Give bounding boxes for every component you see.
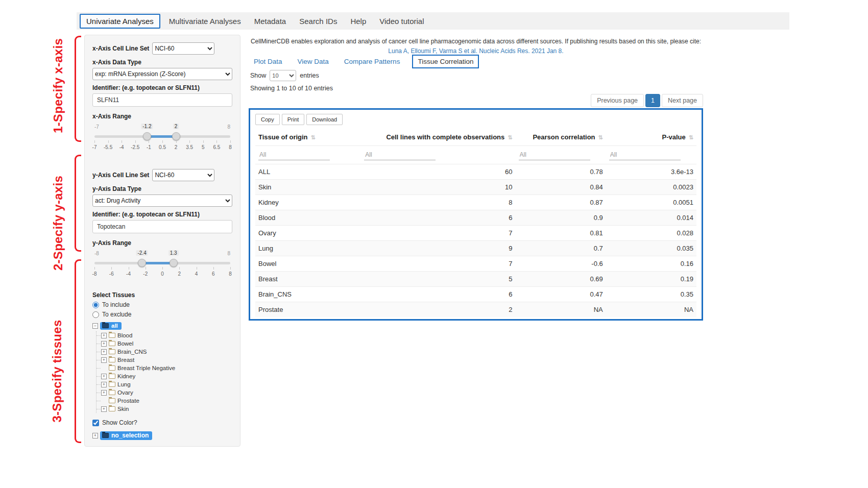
tree-node-label[interactable]: Ovary xyxy=(117,389,133,396)
tissue-correlation-table: Tissue of origin⇅Cell lines with complet… xyxy=(255,129,696,317)
nav-tab-help[interactable]: Help xyxy=(344,14,373,29)
tree-node-no-selection[interactable]: no_selection xyxy=(92,431,232,440)
collapse-icon[interactable] xyxy=(92,323,98,329)
show-color-checkbox[interactable] xyxy=(92,420,99,426)
filter-input-cell-lines-with-complete-observations[interactable] xyxy=(364,150,436,160)
citation-link[interactable]: Luna A, Elloumi F, Varma S et al. Nuclei… xyxy=(388,47,563,55)
tree-node-prostate[interactable]: Prostate xyxy=(97,397,232,405)
table-row-lung[interactable]: Lung90.70.035 xyxy=(255,241,696,256)
tree-node-blood[interactable]: Blood xyxy=(97,331,232,339)
filter-cell xyxy=(361,146,515,164)
tree-node-label[interactable]: Breast xyxy=(117,357,134,363)
tissue-correlation-table-container: CopyPrintDownload Tissue of origin⇅Cell … xyxy=(249,108,703,321)
expand-icon[interactable] xyxy=(101,382,107,387)
nav-tab-multivariate-analyses[interactable]: Multivariate Analyses xyxy=(162,14,248,29)
page-length-select[interactable]: 10 xyxy=(270,70,296,81)
y-axis-range-slider[interactable]: -88-2.41.3-8-6-4-202468 xyxy=(94,258,230,283)
sort-icon[interactable]: ⇅ xyxy=(689,134,693,140)
nav-tab-video-tutorial[interactable]: Video tutorial xyxy=(373,14,430,29)
tree-node-skin[interactable]: Skin xyxy=(97,405,232,413)
column-header-tissue-of-origin[interactable]: Tissue of origin⇅ xyxy=(255,129,361,146)
expand-icon[interactable] xyxy=(101,349,107,355)
tab-plot-data[interactable]: Plot Data xyxy=(254,58,282,65)
tree-node-brain-cns[interactable]: Brain_CNS xyxy=(97,348,232,356)
tree-node-breast-triple-negative[interactable]: Breast Triple Negative xyxy=(97,364,232,372)
leaf-connector xyxy=(101,398,107,404)
nav-tab-search-ids[interactable]: Search IDs xyxy=(293,14,344,29)
slider-tick xyxy=(189,140,190,143)
table-row-all[interactable]: ALL600.783.6e-13 xyxy=(255,164,696,180)
print-button[interactable]: Print xyxy=(282,114,305,125)
tree-node-label[interactable]: Bowel xyxy=(117,340,133,347)
exclude-radio[interactable] xyxy=(92,311,99,318)
download-button[interactable]: Download xyxy=(306,114,343,125)
tree-node-no-selection-badge[interactable]: no_selection xyxy=(100,431,152,440)
pearson-correlation-cell: NA xyxy=(516,302,606,318)
tree-node-lung[interactable]: Lung xyxy=(97,380,232,388)
tree-node-label[interactable]: Blood xyxy=(117,332,132,338)
tissues-exclude-option[interactable]: To exclude xyxy=(92,311,232,318)
expand-icon[interactable] xyxy=(101,390,107,396)
x-axis-cell-line-set-select[interactable]: NCI-60 xyxy=(152,42,214,55)
filter-input-pearson-correlation[interactable] xyxy=(519,150,590,160)
x-axis-data-type-select[interactable]: exp: mRNA Expression (Z-Score) xyxy=(92,68,232,80)
tree-node-label[interactable]: Brain_CNS xyxy=(117,349,147,355)
expand-icon[interactable] xyxy=(101,333,107,338)
column-header-pearson-correlation[interactable]: Pearson correlation⇅ xyxy=(516,129,606,146)
pearson-correlation-cell: -0.6 xyxy=(516,256,606,272)
y-axis-identifier-input[interactable] xyxy=(92,220,232,233)
table-row-skin[interactable]: Skin100.840.0023 xyxy=(255,180,696,195)
expand-icon[interactable] xyxy=(92,433,98,438)
column-header-cell-lines-with-complete-observations[interactable]: Cell lines with complete observations⇅ xyxy=(361,129,515,146)
tab-tissue-correlation[interactable]: Tissue Correlation xyxy=(412,55,479,68)
previous-page-button[interactable]: Previous page xyxy=(591,94,644,107)
expand-icon[interactable] xyxy=(101,341,107,347)
tree-node-all-badge[interactable]: all xyxy=(100,322,122,330)
tree-node-label[interactable]: Skin xyxy=(117,406,129,412)
table-row-blood[interactable]: Blood60.90.014 xyxy=(255,210,696,226)
show-color-control[interactable]: Show Color? xyxy=(92,419,232,426)
expand-icon[interactable] xyxy=(101,357,107,363)
filter-input-tissue-of-origin[interactable] xyxy=(258,150,330,160)
tree-node-kidney[interactable]: Kidney xyxy=(97,372,232,380)
table-row-ovary[interactable]: Ovary70.810.028 xyxy=(255,226,696,241)
next-page-button[interactable]: Next page xyxy=(662,94,703,107)
tissues-include-option[interactable]: To include xyxy=(92,301,232,308)
x-axis-identifier-input[interactable] xyxy=(92,93,232,107)
nav-tab-univariate-analyses[interactable]: Univariate Analyses xyxy=(80,14,160,29)
sort-icon[interactable]: ⇅ xyxy=(311,134,316,140)
tree-node-bowel[interactable]: Bowel xyxy=(97,339,232,348)
tab-view-data[interactable]: View Data xyxy=(298,58,329,65)
tree-node-label[interactable]: Kidney xyxy=(117,373,135,379)
table-row-brain-cns[interactable]: Brain_CNS60.470.35 xyxy=(255,287,696,302)
sort-icon[interactable]: ⇅ xyxy=(508,134,512,140)
tree-node-label[interactable]: Breast Triple Negative xyxy=(117,365,175,371)
tree-node-label[interactable]: Prostate xyxy=(117,398,139,404)
tree-node-label[interactable]: Lung xyxy=(117,381,131,387)
x-axis-range-slider[interactable]: -78-1.22-7-5.5-4-2.5-10.523.556.58 xyxy=(94,131,230,157)
sort-icon[interactable]: ⇅ xyxy=(598,134,603,140)
slider-tick xyxy=(162,140,163,143)
tab-compare-patterns[interactable]: Compare Patterns xyxy=(344,58,400,65)
p-value-cell: 0.014 xyxy=(606,210,696,226)
nav-tab-metadata[interactable]: Metadata xyxy=(248,14,293,29)
copy-button[interactable]: Copy xyxy=(255,114,280,125)
table-row-breast[interactable]: Breast50.690.19 xyxy=(255,272,696,287)
table-row-prostate[interactable]: Prostate2NANA xyxy=(255,302,696,318)
filter-input-p-value[interactable] xyxy=(609,150,681,160)
include-radio[interactable] xyxy=(92,302,99,308)
tissue-cell: Prostate xyxy=(255,302,361,318)
y-axis-cell-line-set-select[interactable]: NCI-60 xyxy=(152,169,214,181)
tree-node-ovary[interactable]: Ovary xyxy=(97,388,232,397)
expand-icon[interactable] xyxy=(101,374,107,379)
page-1-button[interactable]: 1 xyxy=(645,94,660,107)
annotation-step3-label: 3-Specify tissues xyxy=(50,320,64,422)
tree-node-all[interactable]: all xyxy=(92,321,232,330)
filter-cell xyxy=(516,146,606,164)
expand-icon[interactable] xyxy=(101,406,107,412)
column-header-p-value[interactable]: P-value⇅ xyxy=(606,129,696,146)
table-row-bowel[interactable]: Bowel7-0.60.16 xyxy=(255,256,696,272)
tree-node-breast[interactable]: Breast xyxy=(97,356,232,364)
table-row-kidney[interactable]: Kidney80.870.0051 xyxy=(255,195,696,210)
y-axis-data-type-select[interactable]: act: Drug Activity xyxy=(92,194,232,207)
